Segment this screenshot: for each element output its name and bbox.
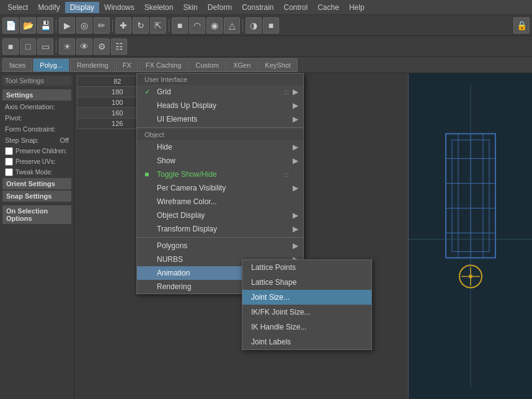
separator2 (112, 19, 113, 32)
settings-section: Settings (2, 89, 71, 101)
tb-scale[interactable]: ⇱ (150, 17, 166, 34)
axis-label: Axis Orientation: (5, 103, 69, 110)
tb2-bbox[interactable]: ▭ (37, 38, 53, 55)
preserve-uvs-checkbox[interactable] (5, 158, 13, 166)
snap-settings-header[interactable]: Snap Settings (2, 191, 71, 202)
tb-new[interactable]: 📄 (2, 17, 19, 34)
divider2 (137, 237, 303, 238)
separator5 (56, 40, 56, 53)
user-interface-section: User Interface (137, 74, 303, 85)
grid-arrow-icon: ▶ (293, 87, 298, 96)
tb-select[interactable]: ▶ (59, 17, 75, 34)
tb-save[interactable]: 💾 (37, 17, 53, 34)
hud-arrow-icon: ▶ (293, 101, 298, 110)
menu-per-camera[interactable]: Per Camera Visibility ▶ (137, 181, 303, 195)
tb-snap-grid[interactable]: ■ (172, 17, 188, 34)
tb2-wire[interactable]: □ (20, 38, 36, 55)
menu-help[interactable]: Help (344, 2, 370, 13)
joint-size-label: Joint Size... (251, 293, 290, 302)
constraint-row: Form Constraint: (2, 124, 71, 134)
tb-ipr[interactable]: ■ (263, 17, 279, 34)
tab-custom[interactable]: Custom (188, 58, 226, 72)
tb-lock[interactable]: 🔒 (513, 17, 530, 34)
tab-rendering[interactable]: Rendering (70, 58, 115, 72)
tb-move[interactable]: ✚ (115, 17, 131, 34)
menu-hide[interactable]: Hide ▶ (137, 140, 303, 154)
preserve-children-checkbox[interactable] (5, 147, 13, 155)
menu-grid[interactable]: ✓ Grid □ ▶ (137, 85, 303, 99)
submenu-lattice-shape[interactable]: Lattice Shape (242, 275, 371, 290)
grid-check-icon: ✓ (144, 87, 154, 96)
tb-snap-point[interactable]: ◉ (206, 17, 223, 34)
menu-transform-display[interactable]: Transform Display ▶ (137, 222, 303, 236)
separator (56, 19, 56, 32)
animation-submenu: Lattice Points Lattice Shape Joint Size.… (242, 259, 372, 350)
menu-polygons[interactable]: Polygons ▶ (137, 239, 303, 253)
ikfk-joint-size-label: IK/FK Joint Size... (251, 308, 310, 316)
object-display-arrow-icon: ▶ (293, 211, 298, 220)
transform-arrow-icon: ▶ (293, 225, 298, 233)
tb-paint[interactable]: ✏ (94, 17, 110, 34)
wireframe-label: Wireframe Color... (157, 197, 217, 206)
menu-skeleton[interactable]: Skeleton (140, 2, 179, 13)
hide-arrow-icon: ▶ (293, 143, 298, 151)
tb2-panels[interactable]: ☷ (111, 38, 127, 55)
step-snap-row: Step Snap: Off (2, 135, 71, 145)
tb-open[interactable]: 📂 (20, 17, 36, 34)
tab-fx-caching[interactable]: FX Caching (139, 58, 188, 72)
ui-elements-arrow-icon: ▶ (293, 115, 298, 123)
menubar: Select Modify Display Windows Skeleton S… (0, 0, 532, 15)
tb2-shaded[interactable]: ■ (2, 38, 19, 55)
polygons-arrow-icon: ▶ (293, 241, 298, 250)
menu-windows[interactable]: Windows (99, 2, 140, 13)
lattice-points-label: Lattice Points (251, 263, 296, 272)
menu-deform[interactable]: Deform (203, 2, 237, 13)
submenu-joint-labels[interactable]: Joint Labels (242, 334, 371, 349)
tb-lasso[interactable]: ◎ (76, 17, 92, 34)
tab-fx[interactable]: FX (116, 58, 138, 72)
ik-handle-size-label: IK Handle Size... (251, 323, 306, 331)
submenu-joint-size[interactable]: Joint Size... (242, 290, 371, 305)
divider1 (137, 127, 303, 128)
orient-settings-header[interactable]: Orient Settings (2, 178, 71, 189)
object-display-label: Object Display (157, 211, 205, 220)
tab-xgen[interactable]: XGen (226, 58, 257, 72)
tweak-mode-checkbox[interactable] (5, 168, 13, 176)
left-panel: Tool Settings Settings Axis Orientation:… (0, 73, 74, 399)
menu-skin[interactable]: Skin (178, 2, 202, 13)
menu-display[interactable]: Display (65, 2, 99, 13)
tb2-renderer[interactable]: ⚙ (94, 38, 110, 55)
step-snap-value: Off (60, 137, 69, 144)
pivot-row: Pivot: (2, 113, 71, 123)
menu-modify[interactable]: Modify (33, 2, 64, 13)
menu-object-display[interactable]: Object Display ▶ (137, 208, 303, 222)
submenu-lattice-points[interactable]: Lattice Points (242, 260, 371, 275)
menu-constrain[interactable]: Constrain (237, 2, 278, 13)
menu-ui-elements[interactable]: UI Elements ▶ (137, 112, 303, 126)
viewport-3d[interactable] (408, 73, 532, 399)
menu-select[interactable]: Select (2, 2, 33, 13)
menu-control[interactable]: Control (279, 2, 313, 13)
tb2-show[interactable]: 👁 (76, 38, 92, 55)
animation-label: Animation (157, 269, 190, 277)
tb-snap-curve[interactable]: ◠ (189, 17, 205, 34)
tab-polyg[interactable]: Polyg... (33, 58, 69, 72)
submenu-ikfk-joint-size[interactable]: IK/FK Joint Size... (242, 305, 371, 320)
tweak-mode-row: Tweak Mode: (2, 168, 71, 177)
menu-toggle-show-hide[interactable]: ■ Toggle Show/Hide □ (137, 168, 303, 181)
tab-keyshot[interactable]: KeyShot (258, 58, 298, 72)
tb-snap-surface[interactable]: △ (224, 17, 240, 34)
tb-render[interactable]: ◑ (246, 17, 262, 34)
menu-wireframe[interactable]: Wireframe Color... (137, 195, 303, 208)
tb2-lighting[interactable]: ☀ (59, 38, 75, 55)
menu-show[interactable]: Show ▶ (137, 154, 303, 168)
pivot-label: Pivot: (5, 114, 69, 122)
menu-hud[interactable]: Heads Up Display ▶ (137, 99, 303, 112)
preserve-children-row: Preserve Children: (2, 146, 71, 156)
submenu-ik-handle-size[interactable]: IK Handle Size... (242, 320, 371, 334)
tb-rotate[interactable]: ↻ (133, 17, 149, 34)
tab-faces[interactable]: faces (2, 58, 32, 72)
menu-cache[interactable]: Cache (313, 2, 344, 13)
show-arrow-icon: ▶ (293, 156, 298, 165)
axis-row: Axis Orientation: (2, 102, 71, 112)
